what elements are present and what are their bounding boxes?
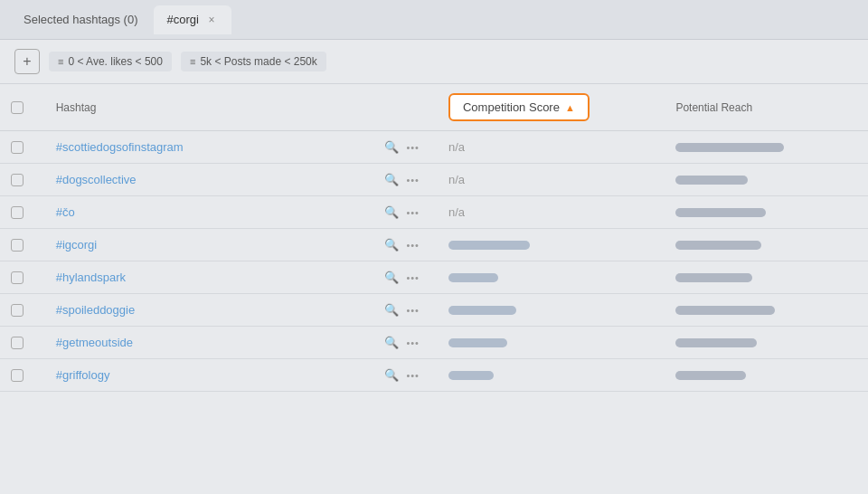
row-checkbox[interactable] <box>11 304 24 317</box>
score-bar <box>448 273 498 282</box>
row-reach-cell <box>661 359 868 392</box>
row-reach-cell <box>661 196 868 229</box>
reach-bar <box>675 176 748 185</box>
row-score-cell <box>434 261 661 294</box>
row-score-cell: n/a <box>434 196 661 229</box>
row-reach-cell <box>661 294 868 327</box>
search-icon[interactable]: 🔍 <box>384 173 399 186</box>
filter-chip-posts[interactable]: ≡ 5k < Posts made < 250k <box>181 52 326 71</box>
reach-bar <box>675 273 752 282</box>
hashtag-link[interactable]: #dogscollective <box>56 173 137 186</box>
row-checkbox-cell <box>0 229 42 261</box>
hashtag-table: Hashtag Competition Score ▲ Potential Re… <box>0 84 868 392</box>
reach-bar <box>675 143 784 152</box>
row-checkbox-cell <box>0 196 42 229</box>
table-body: #scottiedogsofinstagram🔍•••n/a#dogscolle… <box>0 131 868 392</box>
row-hashtag-cell: #čo🔍••• <box>42 196 434 229</box>
score-header-box[interactable]: Competition Score ▲ <box>448 93 590 121</box>
row-score-cell <box>434 359 661 392</box>
row-score-cell <box>434 229 661 261</box>
search-icon[interactable]: 🔍 <box>384 368 399 382</box>
tab-close-icon[interactable]: × <box>204 13 219 27</box>
row-checkbox-cell <box>0 327 42 359</box>
table-row: #griffology🔍••• <box>0 359 868 392</box>
row-checkbox-cell <box>0 359 42 392</box>
table-row: #igcorgi🔍••• <box>0 229 868 261</box>
score-na-label: n/a <box>448 205 465 219</box>
row-checkbox[interactable] <box>11 206 24 219</box>
row-hashtag-cell: #griffology🔍••• <box>42 359 434 392</box>
search-icon[interactable]: 🔍 <box>384 238 399 252</box>
table-row: #spoileddoggie🔍••• <box>0 294 868 327</box>
row-reach-cell <box>661 261 868 294</box>
row-checkbox[interactable] <box>11 271 24 284</box>
header-hashtag: Hashtag <box>42 84 434 131</box>
more-icon[interactable]: ••• <box>406 175 420 185</box>
row-checkbox-cell <box>0 261 42 294</box>
more-icon[interactable]: ••• <box>406 142 420 153</box>
table-row: #dogscollective🔍•••n/a <box>0 164 868 196</box>
tab-bar: Selected hashtags (0) #corgi × <box>0 0 868 40</box>
score-na-label: n/a <box>448 173 465 186</box>
table-row: #hylandspark🔍••• <box>0 261 868 294</box>
row-checkbox[interactable] <box>11 369 24 382</box>
tab-corgi[interactable]: #corgi × <box>154 5 231 34</box>
table-header-row: Hashtag Competition Score ▲ Potential Re… <box>0 84 868 131</box>
filter-posts-label: 5k < Posts made < 250k <box>200 55 316 68</box>
reach-bar <box>675 338 757 347</box>
header-competition-score[interactable]: Competition Score ▲ <box>434 84 661 131</box>
row-reach-cell <box>661 164 868 196</box>
score-bar <box>448 371 494 380</box>
row-score-cell <box>434 327 661 359</box>
filter-likes-label: 0 < Ave. likes < 500 <box>68 55 163 68</box>
search-icon[interactable]: 🔍 <box>384 336 399 349</box>
hashtag-link[interactable]: #scottiedogsofinstagram <box>56 140 184 154</box>
row-checkbox[interactable] <box>11 239 24 252</box>
reach-bar <box>675 306 775 315</box>
row-checkbox[interactable] <box>11 141 24 154</box>
hashtag-link[interactable]: #spoileddoggie <box>56 303 135 317</box>
score-bar <box>448 338 507 347</box>
hashtag-link[interactable]: #griffology <box>56 368 110 382</box>
row-hashtag-cell: #hylandspark🔍••• <box>42 261 434 294</box>
row-hashtag-cell: #igcorgi🔍••• <box>42 229 434 261</box>
search-icon[interactable]: 🔍 <box>384 303 399 317</box>
more-icon[interactable]: ••• <box>406 207 420 218</box>
score-header-label: Competition Score <box>463 100 560 114</box>
row-checkbox[interactable] <box>11 174 24 186</box>
row-score-cell: n/a <box>434 164 661 196</box>
hashtag-link[interactable]: #igcorgi <box>56 238 98 252</box>
reach-bar <box>675 371 746 380</box>
row-hashtag-cell: #getmeoutside🔍••• <box>42 327 434 359</box>
reach-bar <box>675 241 761 250</box>
more-icon[interactable]: ••• <box>406 240 420 251</box>
search-icon[interactable]: 🔍 <box>384 205 399 219</box>
score-bar <box>448 306 516 315</box>
row-hashtag-cell: #dogscollective🔍••• <box>42 164 434 196</box>
more-icon[interactable]: ••• <box>406 370 420 381</box>
search-icon[interactable]: 🔍 <box>384 140 399 154</box>
row-score-cell: n/a <box>434 131 661 164</box>
sort-arrow-icon: ▲ <box>565 102 575 113</box>
reach-bar <box>675 208 766 217</box>
toolbar: + ≡ 0 < Ave. likes < 500 ≡ 5k < Posts ma… <box>0 40 868 84</box>
table-row: #čo🔍•••n/a <box>0 196 868 229</box>
tab-selected-hashtags[interactable]: Selected hashtags (0) <box>11 5 150 33</box>
add-button[interactable]: + <box>14 49 40 74</box>
hashtag-link[interactable]: #hylandspark <box>56 271 126 284</box>
more-icon[interactable]: ••• <box>406 305 420 316</box>
filter-icon-posts: ≡ <box>190 56 195 67</box>
row-checkbox-cell <box>0 131 42 164</box>
header-checkbox[interactable] <box>11 101 24 114</box>
tab-corgi-label: #corgi <box>166 13 198 26</box>
row-reach-cell <box>661 229 868 261</box>
filter-chip-likes[interactable]: ≡ 0 < Ave. likes < 500 <box>49 52 172 71</box>
search-icon[interactable]: 🔍 <box>384 271 399 284</box>
row-checkbox[interactable] <box>11 337 24 349</box>
more-icon[interactable]: ••• <box>406 272 420 283</box>
table-row: #getmeoutside🔍••• <box>0 327 868 359</box>
more-icon[interactable]: ••• <box>406 337 420 348</box>
hashtag-link[interactable]: #getmeoutside <box>56 336 133 349</box>
hashtag-table-container: Hashtag Competition Score ▲ Potential Re… <box>0 84 868 494</box>
hashtag-link[interactable]: #čo <box>56 205 75 219</box>
